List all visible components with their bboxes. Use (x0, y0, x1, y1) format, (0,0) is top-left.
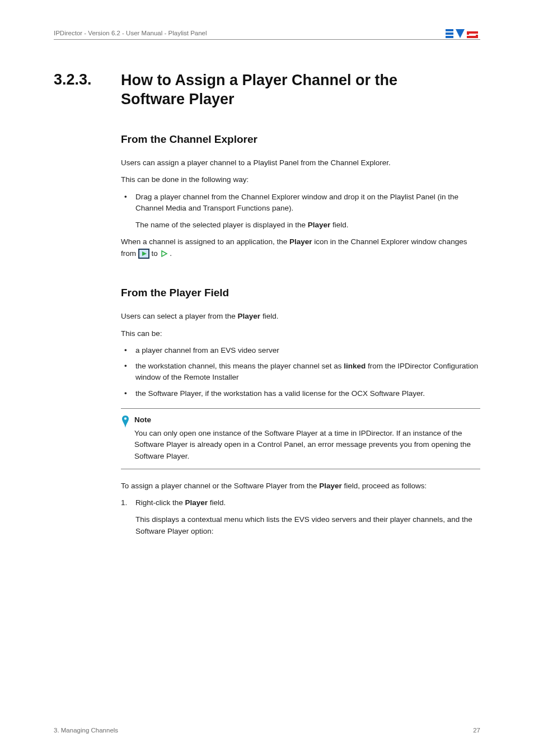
page-footer: 3. Managing Channels 27 (54, 727, 480, 734)
text-fragment: When a channel is assigned to an applica… (121, 237, 289, 246)
bold-text: Player (185, 498, 208, 507)
text-fragment: field, proceed as follows: (342, 482, 427, 490)
paragraph: Users can assign a player channel to a P… (121, 157, 480, 169)
svg-marker-7 (162, 251, 167, 256)
bold-text: linked (344, 362, 366, 370)
list-item: 1. Right-click the Player field. This di… (121, 497, 480, 537)
bold-text: Player (308, 221, 331, 229)
text-fragment: To assign a player channel or the Softwa… (121, 482, 319, 490)
footer-left: 3. Managing Channels (54, 727, 118, 734)
text-fragment: field. (260, 312, 278, 320)
list-item-text: Drag a player channel from the Channel E… (135, 193, 458, 212)
text-fragment: the workstation channel, this means the … (135, 362, 344, 370)
paragraph: To assign a player channel or the Softwa… (121, 480, 480, 492)
footer-page-number: 27 (473, 727, 480, 734)
note-pin-icon (121, 416, 131, 462)
step-sub-paragraph: This displays a contextual menu which li… (135, 514, 480, 537)
numbered-list: 1. Right-click the Player field. This di… (121, 497, 480, 537)
svg-rect-0 (446, 29, 453, 31)
bold-text: Player (319, 482, 342, 490)
list-item: Drag a player channel from the Channel E… (121, 192, 480, 214)
subheading-player-field: From the Player Field (121, 285, 480, 301)
page-header: IPDirector - Version 6.2 - User Manual -… (54, 27, 480, 39)
note-body: You can only open one instance of the So… (134, 428, 480, 462)
text-fragment: to (152, 249, 160, 258)
indented-paragraph: The name of the selected player is displ… (135, 220, 480, 231)
section-title: How to Assign a Player Channel or the So… (121, 71, 397, 109)
bold-text: Player (238, 312, 261, 320)
paragraph: This can be done in the following way: (121, 174, 480, 185)
list-item: a player channel from an EVS video serve… (121, 345, 480, 356)
section-number: 3.2.3. (54, 71, 121, 88)
note-title: Note (134, 414, 480, 426)
section-heading: 3.2.3. How to Assign a Player Channel or… (54, 71, 480, 109)
paragraph: Users can select a player from the Playe… (121, 311, 480, 322)
svg-rect-1 (446, 32, 453, 35)
header-left-text: IPDirector - Version 6.2 - User Manual -… (54, 30, 207, 36)
play-boxed-icon (138, 249, 149, 259)
paragraph: When a channel is assigned to an applica… (121, 236, 480, 259)
section-title-line2: Software Player (121, 91, 235, 108)
svg-rect-2 (446, 36, 453, 38)
paragraph: This can be: (121, 328, 480, 339)
list-item: the workstation channel, this means the … (121, 361, 480, 384)
text-fragment: The name of the selected player is displ… (135, 221, 308, 229)
svg-marker-3 (456, 29, 465, 38)
step-number: 1. (121, 497, 127, 508)
text-fragment: . (170, 249, 172, 258)
bullet-list: Drag a player channel from the Channel E… (121, 192, 480, 214)
play-triangle-icon (160, 250, 168, 258)
evs-logo-icon (446, 27, 480, 39)
note-block: Note You can only open one instance of t… (121, 408, 480, 469)
header-rule (54, 39, 480, 40)
list-item: the Software Player, if the workstation … (121, 388, 480, 399)
text-fragment: Right-click the (135, 498, 185, 507)
section-title-line1: How to Assign a Player Channel or the (121, 72, 397, 88)
list-item-text: a player channel from an EVS video serve… (135, 346, 279, 354)
svg-point-8 (124, 417, 127, 419)
bold-text: Player (289, 237, 312, 246)
text-fragment: field. (330, 221, 348, 229)
subheading-channel-explorer: From the Channel Explorer (121, 132, 480, 148)
list-item-text: the Software Player, if the workstation … (135, 389, 425, 398)
text-fragment: Users can select a player from the (121, 312, 238, 320)
bullet-list: a player channel from an EVS video serve… (121, 345, 480, 399)
text-fragment: field. (208, 498, 226, 507)
